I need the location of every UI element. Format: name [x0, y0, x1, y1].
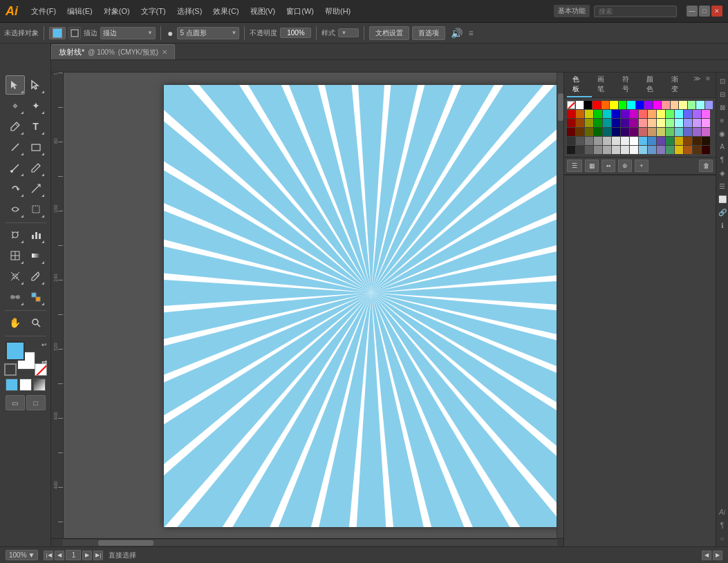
swatch[interactable]: [644, 101, 652, 109]
swatch[interactable]: [576, 146, 584, 154]
swatch[interactable]: [621, 110, 629, 118]
preferences-button[interactable]: 首选项: [412, 26, 445, 40]
slice-tool[interactable]: [6, 267, 25, 286]
swatch[interactable]: [567, 119, 575, 127]
swatch[interactable]: [567, 110, 575, 118]
swatch[interactable]: [630, 110, 638, 118]
swatch[interactable]: [621, 146, 629, 154]
reset-colors-button[interactable]: ↩: [41, 341, 47, 348]
swatch[interactable]: [567, 146, 575, 154]
menu-window[interactable]: 窗口(W): [281, 4, 319, 19]
line-tool[interactable]: [6, 137, 25, 157]
gradient-button[interactable]: [19, 379, 32, 391]
swatch[interactable]: [585, 119, 593, 127]
tab-symbols[interactable]: 符号: [617, 73, 642, 97]
close-button[interactable]: ✕: [711, 6, 722, 17]
new-swatch-button[interactable]: +: [635, 160, 648, 172]
swatch[interactable]: [648, 137, 656, 145]
swatch[interactable]: [693, 137, 701, 145]
opacity-input[interactable]: 100%: [280, 28, 311, 38]
swatch[interactable]: [630, 119, 638, 127]
brush-select[interactable]: 5 点圆形 ▼: [177, 27, 239, 39]
layer-icon[interactable]: ☰: [717, 180, 728, 191]
workspace-selector[interactable]: 基本功能: [554, 5, 590, 17]
warp-tool[interactable]: [6, 200, 25, 219]
canvas-area[interactable]: [64, 73, 557, 538]
swatch[interactable]: [621, 119, 629, 127]
swatch[interactable]: [666, 110, 674, 118]
swatch[interactable]: [612, 110, 620, 118]
swatch[interactable]: [584, 101, 592, 109]
swatch[interactable]: [693, 110, 701, 118]
swatch[interactable]: [612, 137, 620, 145]
none-swatch[interactable]: [567, 101, 575, 109]
swatch[interactable]: [666, 119, 674, 127]
swatch[interactable]: [679, 101, 687, 109]
swatch[interactable]: [702, 128, 710, 136]
style-select[interactable]: ▼: [338, 28, 359, 37]
swatch[interactable]: [675, 146, 683, 154]
char-icon[interactable]: A: [717, 141, 728, 152]
page-number-input[interactable]: [66, 550, 81, 560]
stroke-panel-icon[interactable]: ≡: [717, 115, 728, 126]
maximize-button[interactable]: □: [699, 6, 710, 17]
swatch[interactable]: [621, 128, 629, 136]
swatch[interactable]: [675, 119, 683, 127]
swatch[interactable]: [639, 137, 647, 145]
swatch[interactable]: [648, 110, 656, 118]
swatch[interactable]: [675, 110, 683, 118]
swatch[interactable]: [639, 119, 647, 127]
speaker-icon[interactable]: 🔊: [451, 28, 463, 39]
eyedropper-tool[interactable]: [26, 267, 46, 286]
status-arrow-left[interactable]: ◀: [702, 551, 711, 560]
swatch[interactable]: [684, 137, 692, 145]
swatch[interactable]: [648, 146, 656, 154]
menu-effect[interactable]: 效果(C): [208, 4, 243, 19]
swatch[interactable]: [636, 101, 644, 109]
doc-settings-button[interactable]: 文档设置: [369, 26, 409, 40]
column-graph-tool[interactable]: [26, 225, 46, 245]
menu-select[interactable]: 选择(S): [172, 4, 207, 19]
panel-menu-button[interactable]: ≡: [703, 73, 713, 97]
type-tool[interactable]: T: [26, 117, 46, 136]
free-transform-tool[interactable]: [26, 200, 46, 219]
swatch[interactable]: [610, 101, 617, 109]
swatch[interactable]: [621, 137, 629, 145]
selection-tool[interactable]: [6, 75, 25, 95]
swatch[interactable]: [639, 128, 647, 136]
swatch[interactable]: [684, 128, 692, 136]
swatch[interactable]: [567, 128, 575, 136]
horizontal-scrollbar[interactable]: [64, 539, 557, 546]
vertical-scrollbar[interactable]: [557, 73, 563, 538]
first-page-button[interactable]: |◀: [44, 551, 53, 560]
swatch[interactable]: [576, 119, 584, 127]
swatch-libraries-button[interactable]: ☰: [567, 160, 582, 172]
swatch[interactable]: [612, 119, 620, 127]
swatch[interactable]: [585, 110, 593, 118]
screen-mode-button[interactable]: ▭: [6, 395, 25, 410]
swatch[interactable]: [627, 101, 635, 109]
pencil-tool[interactable]: [26, 158, 46, 178]
swatch[interactable]: [675, 137, 683, 145]
tab-swatches[interactable]: 色板: [567, 73, 592, 97]
stroke-style-select[interactable]: 描边 ▼: [100, 27, 156, 39]
document-tab[interactable]: 放射线* @ 100% (CMYK/预览) ✕: [51, 44, 175, 59]
swatch[interactable]: [666, 137, 674, 145]
pen-tool[interactable]: [6, 117, 25, 136]
none-color-box[interactable]: [35, 363, 47, 376]
swatch[interactable]: [576, 110, 584, 118]
menu-icon[interactable]: ≡: [468, 28, 473, 38]
tab-close-button[interactable]: ✕: [162, 48, 167, 56]
magic-wand-tool[interactable]: ✦: [26, 96, 46, 115]
swatch[interactable]: [612, 146, 620, 154]
swatch[interactable]: [702, 110, 710, 118]
swatch[interactable]: [675, 128, 683, 136]
tab-brushes[interactable]: 画笔: [592, 73, 617, 97]
menu-view[interactable]: 视图(V): [245, 4, 281, 19]
swatch[interactable]: [603, 128, 611, 136]
swatch[interactable]: [619, 101, 626, 109]
swatch[interactable]: [657, 146, 665, 154]
swatch[interactable]: [594, 119, 602, 127]
search-input[interactable]: [594, 6, 677, 17]
swatch[interactable]: [603, 119, 611, 127]
